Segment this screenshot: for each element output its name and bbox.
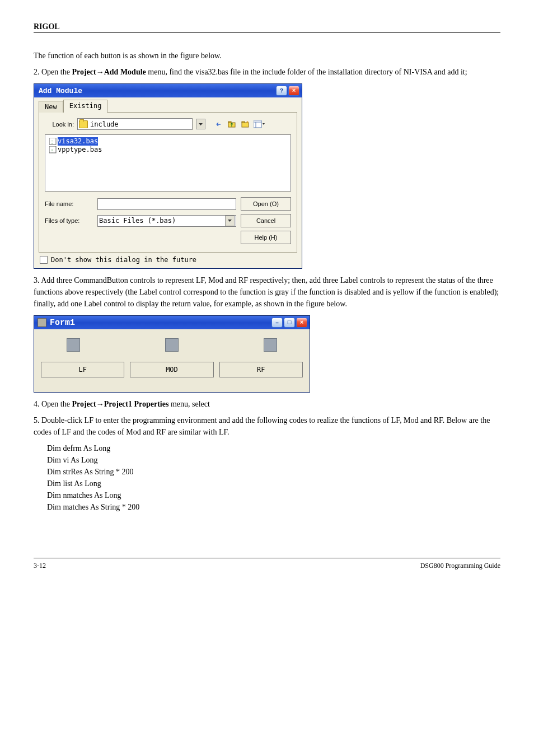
step-3-num: 3. [34, 276, 40, 284]
svg-rect-2 [228, 122, 231, 123]
step-2-num: 2. [34, 68, 40, 76]
lookin-label: Look in: [45, 121, 74, 128]
tabs: New Existing [39, 100, 297, 113]
step-4-bold: Project [72, 400, 96, 408]
form1-close-button[interactable]: × [296, 318, 307, 328]
rf-button[interactable]: RF [219, 362, 303, 377]
tab-existing[interactable]: Existing [63, 100, 108, 113]
page-number: 3-12 [34, 562, 46, 570]
module-icon: ⋮ [49, 146, 57, 154]
status-label-mod [165, 338, 179, 352]
svg-rect-3 [242, 123, 249, 127]
step-2: 2. Open the Project→Add Module menu, fin… [34, 66, 500, 78]
new-folder-icon[interactable] [240, 119, 251, 129]
file-list[interactable]: ⋮ visa32.bas ⋮ vpptype.bas [45, 134, 291, 192]
files-of-type-value: Basic Files (*.bas) [99, 217, 176, 225]
intro-text: The function of each button is as shown … [34, 50, 500, 62]
add-module-dialog: Add Module ? × New Existing Look in: inc… [34, 83, 302, 269]
form1-title: Form1 [50, 318, 75, 328]
figure-add-module: Add Module ? × New Existing Look in: inc… [34, 83, 500, 269]
file-item-visa32[interactable]: ⋮ visa32.bas [49, 137, 287, 146]
footer-rule [34, 558, 500, 558]
svg-text:⋮: ⋮ [50, 139, 54, 144]
form1-maximize-button[interactable]: □ [284, 318, 295, 328]
svg-text:⋮: ⋮ [50, 148, 54, 153]
lf-button[interactable]: LF [41, 362, 124, 377]
brand-header: RIGOL [34, 22, 500, 31]
lookin-dropdown-arrow[interactable] [196, 119, 205, 129]
step-3: 3. Add three CommandButton controls to r… [34, 274, 500, 310]
status-label-rf [264, 338, 277, 352]
form-icon [38, 318, 46, 327]
dont-show-checkbox[interactable] [40, 256, 48, 264]
file-item-vpptype[interactable]: ⋮ vpptype.bas [49, 146, 287, 154]
svg-rect-7 [254, 120, 261, 128]
svg-marker-15 [228, 220, 232, 222]
up-one-level-icon[interactable] [227, 119, 238, 129]
step-4-num: 4. [34, 400, 40, 408]
step-2-menu: Project [72, 68, 96, 76]
tab-panel-existing: Look in: include [39, 112, 297, 253]
form1-titlebar: Form1 – □ × [34, 316, 310, 329]
lookin-value: include [90, 120, 191, 128]
files-of-type-combo[interactable]: Basic Files (*.bas) [97, 215, 236, 227]
file-name-1: vpptype.bas [58, 146, 102, 154]
tab-new[interactable]: New [39, 101, 63, 113]
svg-marker-10 [263, 123, 265, 125]
module-icon: ⋮ [49, 138, 57, 146]
step-4: 4. Open the Project→Project1 Properties … [34, 398, 500, 410]
step-5-num: 5. [34, 416, 40, 424]
lookin-combo[interactable]: include [77, 118, 193, 130]
step-5: 5. Double-click LF to enter the programm… [34, 414, 500, 438]
svg-rect-4 [242, 122, 245, 123]
back-icon[interactable] [213, 119, 224, 129]
svg-marker-0 [199, 123, 203, 125]
step-2-menu-2: Add Module [104, 68, 146, 76]
step-4-bold-2: Project1 Properties [104, 400, 169, 408]
status-label-lf [67, 338, 80, 352]
file-name-input[interactable] [97, 198, 236, 210]
code-block: Dim defrm As Long Dim vi As Long Dim str… [47, 442, 500, 513]
add-module-titlebar: Add Module ? × [34, 84, 302, 97]
dont-show-label: Don't show this dialog in the future [51, 256, 196, 264]
page-footer: 3-12 DSG800 Programming Guide [34, 558, 500, 570]
files-of-type-arrow[interactable] [225, 216, 235, 226]
files-of-type-label: Files of type: [45, 217, 93, 224]
open-button[interactable]: Open (O) [241, 197, 291, 211]
titlebar-help-button[interactable]: ? [276, 86, 287, 96]
titlebar-close-button[interactable]: × [288, 86, 299, 96]
view-menu-icon[interactable] [254, 119, 265, 129]
mod-button[interactable]: MOD [130, 362, 213, 377]
file-name-label: File name: [45, 200, 93, 207]
step-3-text: Add three CommandButton controls to repr… [34, 276, 499, 308]
header-rule [34, 32, 500, 33]
help-button[interactable]: Help (H) [241, 231, 291, 244]
cancel-button[interactable]: Cancel [241, 214, 291, 227]
form1-minimize-button[interactable]: – [271, 318, 283, 328]
step-5-text: Double-click LF to enter the programming… [34, 416, 490, 436]
guide-title: DSG800 Programming Guide [420, 562, 500, 570]
form1-window: Form1 – □ × LF MOD RF [34, 315, 310, 393]
folder-icon [79, 120, 88, 128]
file-name-0: visa32.bas [58, 137, 98, 146]
add-module-title: Add Module [39, 87, 82, 95]
figure-form1: Form1 – □ × LF MOD RF [34, 315, 500, 393]
